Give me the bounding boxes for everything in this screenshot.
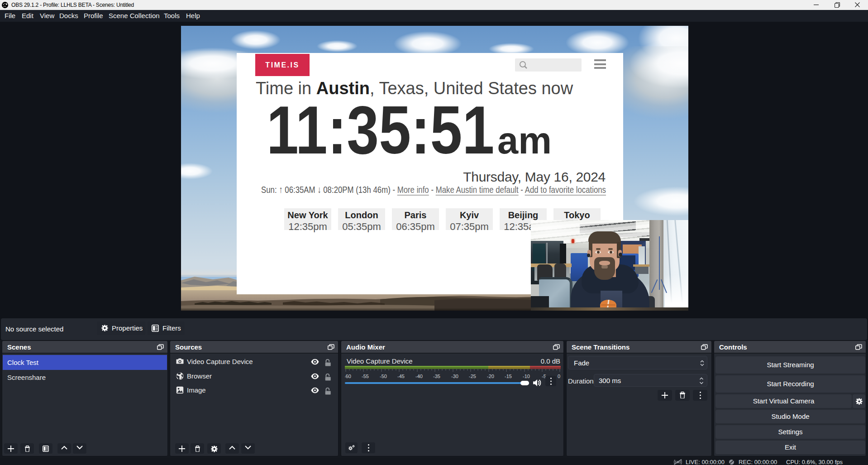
svg-text:-45: -45 — [397, 374, 405, 379]
svg-text:-15: -15 — [505, 374, 512, 379]
svg-text:-30: -30 — [451, 374, 458, 379]
svg-text:-40: -40 — [415, 374, 423, 379]
svg-text:0: 0 — [558, 374, 560, 379]
svg-text:-50: -50 — [380, 374, 387, 379]
svg-text:-20: -20 — [487, 374, 494, 379]
svg-text:-25: -25 — [469, 374, 476, 379]
svg-text:-10: -10 — [523, 374, 530, 379]
svg-text:-35: -35 — [433, 374, 440, 379]
svg-text:-55: -55 — [362, 374, 369, 379]
svg-text:-60: -60 — [345, 374, 351, 379]
